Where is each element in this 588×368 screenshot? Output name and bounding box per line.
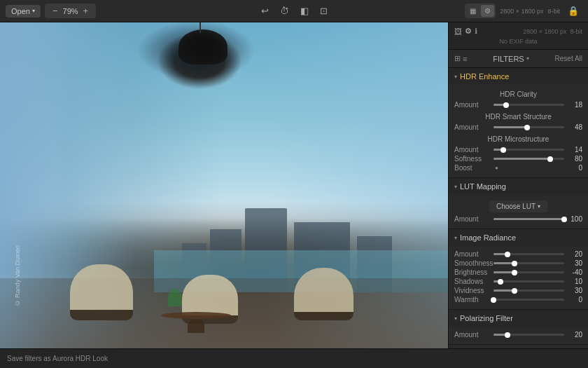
radiance-smoothness-row: Smoothness 30 (454, 259, 582, 267)
hdr-micro-thumb (500, 147, 506, 153)
radiance-warmth-row: Warmth 0 (454, 296, 582, 304)
hdr-micro-amount-label: Amount (454, 146, 491, 154)
polarizing-amount-thumb (505, 332, 510, 338)
polarizing-filter-header[interactable]: ▾ Polarizing Filter (449, 310, 588, 327)
hdr-clarity-thumb (503, 102, 509, 108)
hdr-smart-structure-title: HDR Smart Structure (454, 110, 582, 122)
histogram-button[interactable]: ▦ (466, 5, 479, 17)
lut-mapping-header[interactable]: ▾ LUT Mapping (449, 178, 588, 195)
filters-header: ⊞ ≡ FILTERS ▾ Reset All (449, 50, 588, 68)
watermark: © Randy Van Duinen (14, 245, 21, 306)
radiance-shadows-label: Shadows (454, 278, 491, 285)
hdr-microstructure-title: HDR Microstructure (454, 132, 582, 144)
lut-amount-fill (493, 218, 564, 220)
filter-order-button[interactable]: ≡ (463, 54, 467, 63)
adjust-button[interactable]: ⚙ (481, 5, 494, 17)
radiance-vividness-slider[interactable] (493, 289, 564, 292)
hdr-micro-amount-slider[interactable] (493, 149, 564, 151)
filters-icons: ⊞ ≡ (454, 54, 467, 63)
hdr-micro-boost-label: Boost (454, 164, 491, 172)
radiance-smoothness-value: 30 (567, 259, 582, 267)
radiance-toggle: ▾ (454, 235, 457, 241)
radiance-smoothness-label: Smoothness (454, 259, 491, 267)
lut-amount-value: 100 (567, 215, 582, 223)
radiance-vividness-row: Vividness 30 (454, 287, 582, 294)
radiance-warmth-thumb (491, 297, 496, 303)
view-toggle-group: ▦ ⚙ (465, 4, 496, 18)
undo-button[interactable]: ↩ (258, 4, 272, 18)
settings-icon[interactable]: ⚙ (465, 27, 472, 36)
panel-info: 🖼 ⚙ ℹ 2800 × 1800 px 8-bit No EXIF data (449, 22, 588, 50)
radiance-shadows-slider[interactable] (493, 280, 564, 282)
hdr-smart-fill (493, 126, 527, 128)
topbar-right: ▦ ⚙ 2800 × 1800 px 8-bit 🔒 (335, 4, 583, 18)
radiance-shadows-row: Shadows 10 (454, 278, 582, 285)
zoom-out-button[interactable]: − (50, 6, 60, 16)
choose-lut-button[interactable]: Choose LUT ▾ (489, 200, 547, 212)
compare-button[interactable]: ⊡ (316, 4, 331, 18)
topbar-center: ↩ ⏱ ◧ ⊡ (258, 4, 331, 18)
exif-label: No EXIF data (454, 38, 582, 45)
lut-toggle: ▾ (454, 184, 457, 190)
hdr-micro-softness-value: 80 (567, 155, 582, 163)
open-button[interactable]: Open ▾ (6, 5, 41, 18)
hdr-smart-amount-row: Amount 48 (454, 123, 582, 131)
radiance-amount-row: Amount 20 (454, 250, 582, 258)
hdr-smart-amount-slider[interactable] (493, 126, 564, 128)
reset-all-button[interactable]: Reset All (555, 55, 582, 62)
radiance-brightness-slider[interactable] (493, 271, 564, 273)
radiance-warmth-slider[interactable] (493, 299, 564, 301)
polarizing-amount-slider[interactable] (493, 334, 564, 336)
polarizing-filter-section: ▾ Polarizing Filter Amount 20 (449, 310, 588, 345)
radiance-brightness-thumb (512, 270, 517, 275)
polarizing-amount-row: Amount 20 (454, 331, 582, 339)
polarizing-filter-title: Polarizing Filter (460, 314, 513, 322)
hdr-enhance-header[interactable]: ▾ HDR Enhance (449, 68, 588, 85)
hdr-micro-boost-row: Boost ● 0 (454, 164, 582, 172)
export-button[interactable]: 🔒 (564, 4, 582, 18)
lut-mapping-content: Choose LUT ▾ Amount 100 (449, 195, 588, 229)
dimensions-label: 2800 × 1800 px (500, 8, 543, 15)
polarizing-amount-value: 20 (567, 331, 582, 339)
filters-chevron: ▾ (526, 55, 529, 62)
info-icon[interactable]: ℹ (475, 27, 477, 36)
main-area: © Randy Van Duinen 🖼 ⚙ ℹ 2800 × 1800 px … (0, 22, 588, 348)
hdr-clarity-amount-row: Amount 18 (454, 101, 582, 109)
hdr-enhance-toggle: ▾ (454, 74, 457, 80)
lut-amount-slider[interactable] (493, 218, 564, 220)
lut-amount-thumb (561, 217, 567, 222)
hdr-micro-softness-thumb (547, 156, 553, 162)
boost-dot-icon: ● (495, 165, 498, 171)
image-radiance-header[interactable]: ▾ Image Radiance (449, 229, 588, 246)
radiance-amount-label: Amount (454, 250, 491, 258)
hdr-smart-amount-label: Amount (454, 123, 491, 131)
radiance-brightness-row: Brightness -40 (454, 268, 582, 276)
save-as-look-button[interactable]: Save filters as Aurora HDR Look (7, 355, 108, 362)
hdr-enhance-title: HDR Enhance (460, 72, 509, 81)
resolution-label: 2800 × 1800 px 8-bit (523, 28, 582, 35)
radiance-amount-value: 20 (567, 250, 582, 258)
lut-amount-row: Amount 100 (454, 215, 582, 223)
radiance-amount-thumb (505, 252, 510, 257)
hdr-micro-softness-slider[interactable] (493, 158, 564, 160)
polarizing-amount-label: Amount (454, 331, 491, 339)
radiance-vividness-label: Vividness (454, 287, 491, 294)
radiance-amount-slider[interactable] (493, 253, 564, 255)
radiance-shadows-thumb (498, 279, 503, 285)
history-button[interactable]: ⏱ (276, 4, 293, 18)
image-icon[interactable]: 🖼 (454, 27, 462, 36)
image-radiance-content: Amount 20 Smoothness 30 Brig (449, 246, 588, 309)
radiance-warmth-label: Warmth (454, 296, 491, 304)
zoom-in-button[interactable]: + (81, 6, 91, 16)
before-after-button[interactable]: ◧ (297, 4, 312, 18)
zoom-label: 79% (63, 7, 78, 15)
topbar: Open ▾ − 79% + ↩ ⏱ ◧ ⊡ ▦ ⚙ 2800 × 1800 p… (0, 0, 588, 22)
hdr-enhance-section: ▾ HDR Enhance HDR Clarity Amount 18 HDR … (449, 68, 588, 178)
filter-layers-button[interactable]: ⊞ (454, 54, 461, 63)
hdr-smart-amount-value: 48 (567, 123, 582, 131)
hdr-clarity-amount-slider[interactable] (493, 104, 564, 106)
radiance-smoothness-slider[interactable] (493, 262, 564, 264)
right-panel: 🖼 ⚙ ℹ 2800 × 1800 px 8-bit No EXIF data … (448, 22, 588, 348)
radiance-brightness-value: -40 (567, 268, 582, 276)
lut-mapping-section: ▾ LUT Mapping Choose LUT ▾ Amount 100 (449, 178, 588, 229)
